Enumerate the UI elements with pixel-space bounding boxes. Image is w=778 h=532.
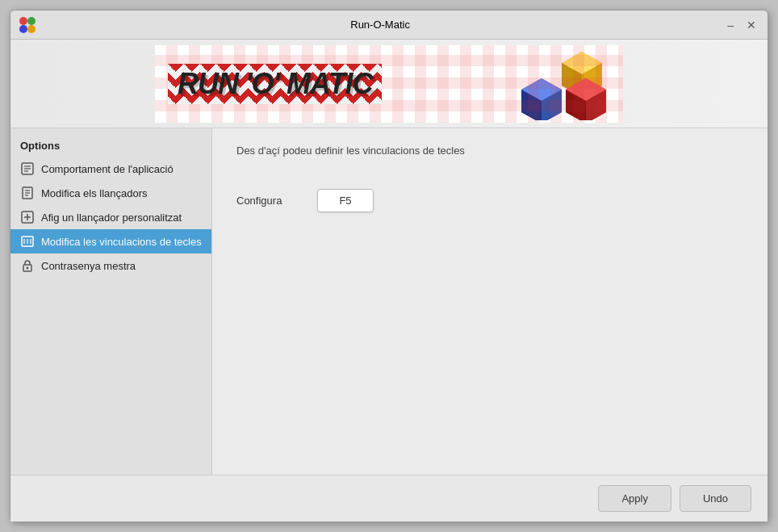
- afig-llancador-icon: [20, 210, 35, 224]
- bottom-bar: Apply Undo: [10, 475, 768, 522]
- sidebar: Options Comportament de l'aplicació: [10, 128, 212, 475]
- svg-point-32: [27, 267, 29, 270]
- banner-inner: RUN 'O' MATIC: [155, 45, 623, 123]
- sidebar-item-comportament[interactable]: Comportament de l'aplicació: [10, 157, 211, 181]
- sidebar-item-contrasenya[interactable]: Contrasenya mestra: [10, 253, 211, 278]
- main-window: Run-O-Matic – ✕ RUN 'O' MATIC: [10, 10, 768, 522]
- svg-point-1: [27, 17, 36, 25]
- contrasenya-icon: [20, 258, 35, 273]
- panel-description: Des d'açí podeu definir les vinculacions…: [236, 145, 743, 157]
- titlebar-controls: – ✕: [724, 18, 759, 32]
- key-badge[interactable]: F5: [317, 189, 374, 212]
- minimize-button[interactable]: –: [724, 18, 737, 32]
- window-title: Run-O-Matic: [350, 19, 410, 31]
- key-binding-label: Configura: [236, 195, 301, 207]
- sidebar-item-afig-llancador[interactable]: Afig un llançador personalitzat: [10, 205, 211, 229]
- modifica-vinculacions-icon: [20, 234, 35, 249]
- comportament-icon: [20, 161, 35, 176]
- svg-point-0: [19, 17, 27, 25]
- titlebar-left: [19, 16, 36, 34]
- sidebar-header: Options: [10, 135, 211, 157]
- svg-point-3: [27, 25, 36, 33]
- modifica-llancadors-icon: [20, 186, 35, 200]
- undo-button[interactable]: Undo: [680, 485, 751, 512]
- app-icon: [19, 16, 36, 34]
- banner-text: RUN 'O' MATIC: [168, 64, 382, 104]
- right-panel: Des d'açí podeu definir les vinculacions…: [212, 128, 768, 475]
- titlebar: Run-O-Matic – ✕: [10, 10, 768, 40]
- banner: RUN 'O' MATIC: [10, 40, 768, 128]
- sidebar-item-modifica-llancadors[interactable]: Modifica els llançadors: [10, 181, 211, 205]
- key-binding-row: Configura F5: [236, 189, 743, 212]
- main-body: Options Comportament de l'aplicació: [10, 128, 768, 475]
- titlebar-center: Run-O-Matic: [36, 19, 724, 31]
- sidebar-item-modifica-vinculacions[interactable]: Modifica les vinculacions de tecles: [10, 229, 211, 253]
- afig-llancador-label: Afig un llançador personalitzat: [41, 212, 182, 224]
- svg-point-2: [19, 25, 27, 33]
- modifica-vinculacions-label: Modifica les vinculacions de tecles: [41, 236, 202, 248]
- content-area: RUN 'O' MATIC: [10, 40, 768, 522]
- modifica-llancadors-label: Modifica els llançadors: [41, 187, 148, 199]
- apply-button[interactable]: Apply: [598, 485, 671, 512]
- close-button[interactable]: ✕: [743, 18, 759, 32]
- contrasenya-label: Contrasenya mestra: [41, 260, 136, 272]
- comportament-label: Comportament de l'aplicació: [41, 163, 174, 175]
